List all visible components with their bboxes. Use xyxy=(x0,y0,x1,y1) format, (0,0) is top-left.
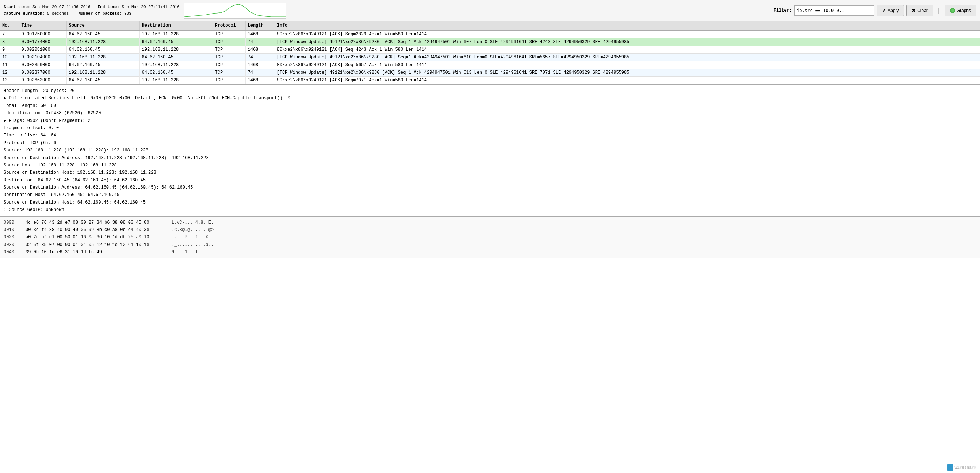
col-header-length: Length xyxy=(245,21,275,30)
cell-info: 80\xe2\x86\x9249121 [ACK] Seq=4243 Ack=1… xyxy=(275,46,980,54)
detail-line: Time to live: 64: 64 xyxy=(4,132,976,139)
hex-offset: 0010 xyxy=(4,226,18,233)
cell-info: [TCP Window Update] 49121\xe2\x86\x9280 … xyxy=(275,69,980,77)
cell-time: 0.001750000 xyxy=(19,30,67,38)
sparkline-chart xyxy=(184,3,286,19)
detail-line: Source or Destination Address: 64.62.160… xyxy=(4,184,976,191)
cell-no: 12 xyxy=(0,69,19,77)
capture-info: Start time: Sun Mar 20 07:11:36 2016 End… xyxy=(4,4,180,17)
col-header-source: Source xyxy=(67,21,140,30)
col-header-protocol: Protocol xyxy=(213,21,245,30)
cell-time: 0.002104000 xyxy=(19,54,67,61)
cell-len: 1468 xyxy=(245,61,275,69)
clear-button[interactable]: ✖ Clear xyxy=(906,5,933,16)
filter-input[interactable] xyxy=(794,5,875,16)
cell-no: 8 xyxy=(0,38,19,46)
cell-no: 13 xyxy=(0,77,19,84)
hex-row: 001000 3c f4 38 40 00 40 06 99 8b c0 a8 … xyxy=(4,226,976,233)
cell-no: 10 xyxy=(0,54,19,61)
cell-dst: 192.168.11.228 xyxy=(140,30,213,38)
cell-len: 74 xyxy=(245,54,275,61)
cell-proto: TCP xyxy=(213,77,245,84)
detail-line: Source or Destination Host: 192.168.11.2… xyxy=(4,169,976,176)
table-row[interactable]: 90.00208100064.62.160.45192.168.11.228TC… xyxy=(0,46,980,54)
cell-src: 64.62.160.45 xyxy=(67,46,140,54)
cell-info: 80\xe2\x86\x9249121 [ACK] Seq=5657 Ack=1… xyxy=(275,61,980,69)
cell-time: 0.002663000 xyxy=(19,77,67,84)
detail-line: Source or Destination Host: 64.62.160.45… xyxy=(4,199,976,206)
hex-bytes: 4c e6 76 43 2d e7 08 00 27 34 b6 38 08 0… xyxy=(25,219,164,226)
cell-src: 64.62.160.45 xyxy=(67,30,140,38)
hex-offset: 0000 xyxy=(4,219,18,226)
num-packets-label: Number of packets: 393 xyxy=(78,11,132,16)
detail-line: Source or Destination Address: 192.168.1… xyxy=(4,154,976,162)
packet-table-container: No. Time Source Destination Protocol Len… xyxy=(0,21,980,84)
hex-bytes: 00 3c f4 38 40 00 40 06 99 8b c0 a8 0b e… xyxy=(25,226,164,233)
packet-table: No. Time Source Destination Protocol Len… xyxy=(0,21,980,84)
cell-dst: 192.168.11.228 xyxy=(140,46,213,54)
cell-src: 192.168.11.228 xyxy=(67,69,140,77)
cell-proto: TCP xyxy=(213,46,245,54)
detail-pane: Header Length: 20 bytes: 20▶ Differentia… xyxy=(0,84,980,216)
hex-row: 00004c e6 76 43 2d e7 08 00 27 34 b6 38 … xyxy=(4,219,976,226)
cell-len: 1468 xyxy=(245,77,275,84)
cell-src: 192.168.11.228 xyxy=(67,38,140,46)
filter-label: Filter: xyxy=(774,8,792,13)
col-header-time: Time xyxy=(19,21,67,30)
table-row[interactable]: 130.00266300064.62.160.45192.168.11.228T… xyxy=(0,77,980,84)
table-row[interactable]: 70.00175000064.62.160.45192.168.11.228TC… xyxy=(0,30,980,38)
detail-line: ▶ Differentiated Services Field: 0x00 (D… xyxy=(4,95,976,102)
toolbar-divider: | xyxy=(935,7,942,14)
apply-button[interactable]: ✔ Apply xyxy=(877,5,904,16)
hex-offset: 0040 xyxy=(4,249,18,256)
cell-dst: 64.62.160.45 xyxy=(140,38,213,46)
detail-line: Source Host: 192.168.11.228: 192.168.11.… xyxy=(4,162,976,169)
cell-len: 74 xyxy=(245,38,275,46)
filter-area: Filter: ✔ Apply ✖ Clear | Graphs xyxy=(291,5,976,16)
hex-ascii: .-...P...f...%.. xyxy=(172,233,213,241)
cell-len: 74 xyxy=(245,69,275,77)
cell-time: 0.002377000 xyxy=(19,69,67,77)
hex-row: 0020a0 2d bf e1 00 50 01 16 0a 66 10 1d … xyxy=(4,233,976,241)
graphs-icon xyxy=(950,8,955,13)
table-row[interactable]: 100.002104000192.168.11.22864.62.160.45T… xyxy=(0,54,980,61)
cell-info: [TCP Window Update] 49121\xe2\x86\x9280 … xyxy=(275,38,980,46)
detail-line: Header Length: 20 bytes: 20 xyxy=(4,87,976,95)
cell-proto: TCP xyxy=(213,30,245,38)
packet-tbody: 70.00175000064.62.160.45192.168.11.228TC… xyxy=(0,30,980,84)
cell-info: 80\xe2\x86\x9249121 [ACK] Seq=2829 Ack=1… xyxy=(275,30,980,38)
cell-dst: 192.168.11.228 xyxy=(140,61,213,69)
hex-row: 003002 5f 85 07 00 00 01 01 05 12 10 1e … xyxy=(4,241,976,249)
hex-row: 004039 0b 10 1d e6 31 10 1d fc 499....1.… xyxy=(4,249,976,256)
table-row[interactable]: 80.001774000192.168.11.22864.62.160.45TC… xyxy=(0,38,980,46)
hex-ascii: ._...........a.. xyxy=(172,241,213,249)
detail-line: Destination: 64.62.160.45 (64.62.160.45)… xyxy=(4,177,976,184)
cell-proto: TCP xyxy=(213,38,245,46)
cell-info: [TCP Window Update] 49121\xe2\x86\x9280 … xyxy=(275,54,980,61)
col-header-no: No. xyxy=(0,21,19,30)
detail-line: Source: 192.168.11.228 (192.168.11.228):… xyxy=(4,147,976,154)
hex-ascii: 9....1...I xyxy=(172,249,198,256)
cell-src: 192.168.11.228 xyxy=(67,54,140,61)
cell-dst: 192.168.11.228 xyxy=(140,77,213,84)
graphs-button[interactable]: Graphs xyxy=(945,5,976,16)
cell-time: 0.001774000 xyxy=(19,38,67,46)
detail-line: : Source GeoIP: Unknown xyxy=(4,206,976,214)
hex-bytes: 39 0b 10 1d e6 31 10 1d fc 49 xyxy=(25,249,164,256)
top-bar: Start time: Sun Mar 20 07:11:36 2016 End… xyxy=(0,0,980,21)
cell-dst: 64.62.160.45 xyxy=(140,69,213,77)
col-header-destination: Destination xyxy=(140,21,213,30)
col-header-info: Info xyxy=(275,21,980,30)
clear-icon: ✖ xyxy=(912,8,916,13)
table-row[interactable]: 120.002377000192.168.11.22864.62.160.45T… xyxy=(0,69,980,77)
cell-proto: TCP xyxy=(213,54,245,61)
detail-line: Identification: 0xf438 (62520): 62520 xyxy=(4,110,976,117)
cell-info: 80\xe2\x86\x9249121 [ACK] Seq=7071 Ack=1… xyxy=(275,77,980,84)
detail-line: Destination Host: 64.62.160.45: 64.62.16… xyxy=(4,191,976,198)
cell-no: 9 xyxy=(0,46,19,54)
start-time-label: Start time: Sun Mar 20 07:11:36 2016 xyxy=(4,5,91,9)
table-row[interactable]: 110.00235000064.62.160.45192.168.11.228T… xyxy=(0,61,980,69)
hex-bytes: 02 5f 85 07 00 00 01 01 05 12 10 1e 12 6… xyxy=(25,241,164,249)
detail-line: Fragment offset: 0: 0 xyxy=(4,124,976,132)
apply-icon: ✔ xyxy=(882,8,886,13)
